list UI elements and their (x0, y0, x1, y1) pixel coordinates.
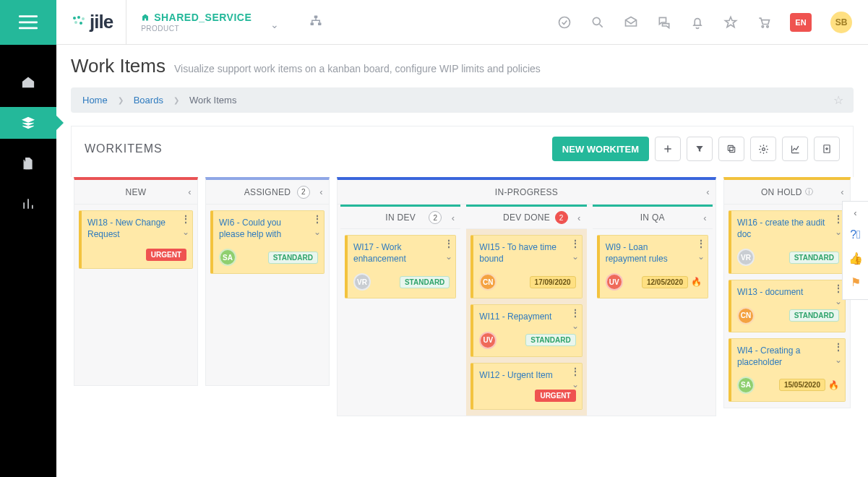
workitem-card[interactable]: WI16 - create the audit doc⋮⌄VRSTANDARD (729, 210, 846, 274)
add-button[interactable] (655, 137, 681, 161)
check-circle-icon[interactable] (557, 15, 572, 30)
card-menu-icon[interactable]: ⋮ (834, 342, 842, 352)
assignee-avatar[interactable]: CN (479, 273, 497, 291)
card-title[interactable]: WI17 - Work enhancement (353, 241, 450, 265)
sidebar-item-home[interactable] (0, 66, 56, 98)
card-title[interactable]: WI4 - Creating a placeholder (737, 345, 839, 368)
chevron-down-icon[interactable]: ⌄ (835, 355, 842, 365)
workitem-card[interactable]: WI12 - Urgent Item⋮⌄URGENT (470, 363, 582, 410)
column-header-onhold: ON HOLD ⓘ ‹ (724, 180, 850, 205)
chevron-down-icon[interactable]: ⌄ (835, 227, 842, 237)
chevron-down-icon[interactable]: ⌄ (697, 252, 705, 262)
inbox-icon[interactable] (624, 15, 638, 30)
card-title[interactable]: WI15 - To have time bound (479, 241, 575, 265)
breadcrumb-boards[interactable]: Boards (134, 95, 163, 106)
collapse-column-icon[interactable]: ‹ (452, 212, 455, 223)
svg-rect-0 (19, 15, 38, 17)
breadcrumb-current: Work Items (189, 95, 237, 106)
column-header-new: NEW ‹ (74, 180, 197, 205)
new-workitem-button[interactable]: NEW WORKITEM (552, 137, 649, 161)
card-title[interactable]: WI12 - Urgent Item (479, 369, 575, 381)
assignee-avatar[interactable]: SA (737, 377, 755, 394)
product-selector[interactable]: SHARED_SERVICE PRODUCT ⌄ (126, 0, 266, 45)
collapse-column-icon[interactable]: ‹ (319, 186, 323, 197)
card-menu-icon[interactable]: ⋮ (313, 214, 321, 224)
chevron-down-icon[interactable]: ⌄ (182, 227, 189, 237)
priority-tag: STANDARD (525, 334, 575, 346)
chevron-down-icon[interactable]: ⌄ (572, 321, 579, 331)
assignee-avatar[interactable]: VR (737, 249, 755, 266)
card-title[interactable]: WI13 - document (737, 286, 839, 298)
card-title[interactable]: WI16 - create the audit doc (737, 217, 839, 240)
card-title[interactable]: WI6 - Could you please help with (219, 217, 318, 240)
collapse-column-icon[interactable]: ‹ (841, 186, 844, 197)
workitem-card[interactable]: WI15 - To have time bound⋮⌄CN17/09/2020 (470, 235, 582, 298)
card-menu-icon[interactable]: ⋮ (834, 283, 842, 293)
search-icon[interactable] (590, 15, 605, 30)
column-label: IN DEV (385, 212, 416, 223)
card-menu-icon[interactable]: ⋮ (697, 239, 705, 249)
collapse-column-icon[interactable]: ‹ (188, 186, 192, 197)
favorite-star-icon[interactable]: ☆ (833, 93, 843, 107)
svg-point-4 (77, 16, 80, 19)
chevron-down-icon[interactable]: ⌄ (572, 252, 579, 262)
product-subtitle: PRODUCT (141, 25, 252, 33)
hierarchy-button[interactable] (309, 14, 322, 30)
card-menu-icon[interactable]: ⋮ (571, 308, 579, 318)
sidebar-item-reports[interactable] (0, 188, 56, 220)
chevron-down-icon[interactable]: ⌄ (835, 296, 842, 306)
info-icon[interactable]: ⓘ (805, 186, 813, 197)
column-label: ASSIGNED (244, 187, 291, 197)
assignee-avatar[interactable]: VR (353, 273, 371, 291)
workitem-card[interactable]: WI11 - Repayment⋮⌄UVSTANDARD (470, 304, 582, 356)
export-button[interactable] (814, 137, 840, 161)
card-menu-icon[interactable]: ⋮ (571, 239, 579, 249)
sidebar-item-boards[interactable] (0, 107, 56, 139)
card-title[interactable]: WI9 - Loan repayment rules (606, 241, 702, 265)
copy-button[interactable] (718, 137, 744, 161)
settings-button[interactable] (750, 137, 776, 161)
card-menu-icon[interactable]: ⋮ (181, 214, 189, 224)
chevron-down-icon[interactable]: ⌄ (572, 379, 579, 390)
bell-icon[interactable] (690, 15, 705, 30)
sidebar-item-docs[interactable] (0, 147, 56, 179)
workitem-card[interactable]: WI4 - Creating a placeholder⋮⌄SA15/05/20… (729, 338, 846, 402)
card-menu-icon[interactable]: ⋮ (571, 366, 579, 377)
collapse-panel-icon[interactable]: ‹ (854, 207, 856, 218)
hamburger-menu-button[interactable] (0, 0, 56, 45)
workitem-card[interactable]: WI13 - document⋮⌄CNSTANDARD (729, 280, 846, 332)
chevron-down-icon[interactable]: ⌄ (445, 252, 452, 262)
logo-icon (72, 16, 85, 29)
card-menu-icon[interactable]: ⋮ (834, 214, 842, 224)
cart-icon[interactable] (757, 15, 771, 30)
signpost-icon[interactable]: ⚑ (851, 275, 861, 289)
svg-rect-16 (728, 145, 733, 150)
assignee-avatar[interactable]: CN (737, 307, 755, 325)
chat-icon[interactable] (657, 15, 671, 30)
card-menu-icon[interactable]: ⋮ (444, 239, 452, 249)
assignee-avatar[interactable]: SA (219, 249, 236, 266)
user-avatar[interactable]: SB (830, 12, 852, 33)
priority-tag: STANDARD (789, 309, 839, 322)
card-title[interactable]: WI18 - New Change Request (87, 217, 186, 240)
language-badge[interactable]: EN (790, 13, 812, 32)
assignee-avatar[interactable]: UV (479, 332, 497, 349)
filter-button[interactable] (687, 137, 713, 161)
workitem-card[interactable]: WI17 - Work enhancement⋮⌄VRSTANDARD (345, 235, 456, 298)
collapse-column-icon[interactable]: ‹ (706, 186, 710, 197)
thumbs-up-icon[interactable]: 👍 (848, 252, 863, 265)
workitem-card[interactable]: WI9 - Loan repayment rules⋮⌄UV12/05/2020… (597, 235, 708, 298)
collapse-column-icon[interactable]: ‹ (703, 212, 707, 223)
chart-button[interactable] (782, 137, 808, 161)
column-label: IN-PROGRESS (495, 187, 558, 197)
workitem-card[interactable]: WI6 - Could you please help with⋮⌄SASTAN… (210, 210, 325, 274)
chevron-down-icon[interactable]: ⌄ (314, 227, 321, 237)
assignee-avatar[interactable]: UV (606, 273, 623, 291)
breadcrumb-home[interactable]: Home (82, 95, 108, 106)
star-icon[interactable] (723, 15, 738, 30)
column-label: ON HOLD (761, 187, 802, 197)
card-title[interactable]: WI11 - Repayment (479, 311, 575, 322)
collapse-column-icon[interactable]: ‹ (577, 212, 581, 223)
workitem-card[interactable]: WI18 - New Change Request⋮⌄URGENT (79, 210, 193, 269)
help-icon[interactable]: ?⃝ (850, 228, 861, 241)
